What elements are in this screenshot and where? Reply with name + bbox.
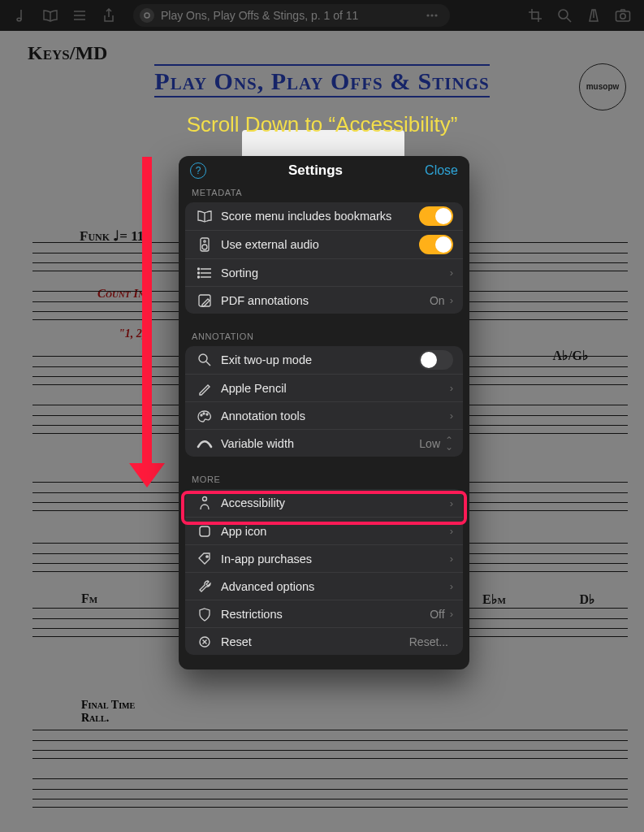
row-exit-two-up[interactable]: Exit two-up mode (185, 346, 463, 374)
svg-rect-20 (200, 526, 210, 536)
row-apple-pencil[interactable]: Apple Pencil › (185, 374, 463, 401)
chevron-right-icon: › (450, 382, 453, 394)
svg-point-11 (198, 268, 200, 270)
svg-point-13 (198, 276, 200, 278)
row-app-icon[interactable]: App icon › (185, 517, 463, 544)
row-value: On (430, 294, 445, 307)
row-reset[interactable]: Reset Reset... (185, 627, 463, 655)
shield-icon (193, 605, 216, 623)
palette-icon (193, 407, 216, 425)
row-annotation-tools[interactable]: Annotation tools › (185, 401, 463, 429)
group-more: Accessibility › App icon › In-app purcha… (185, 489, 463, 655)
wrench-icon (193, 578, 216, 596)
row-accessibility[interactable]: Accessibility › (185, 489, 463, 517)
speaker-icon (193, 236, 216, 254)
settings-panel: ? Settings Close METADATA Score menu inc… (179, 156, 469, 670)
svg-point-21 (206, 555, 208, 557)
chevron-right-icon: › (450, 608, 453, 620)
row-label: Annotation tools (221, 410, 305, 422)
row-label: Advanced options (221, 580, 314, 593)
chevron-right-icon: › (450, 266, 453, 279)
row-label: Use external audio (221, 238, 319, 251)
svg-point-12 (198, 272, 200, 274)
svg-point-15 (199, 354, 207, 362)
row-score-bookmarks[interactable]: Score menu includes bookmarks (185, 202, 463, 230)
row-label: Sorting (221, 266, 258, 280)
pencil-icon (193, 379, 216, 397)
row-label: Reset (221, 635, 252, 648)
toggle-external-audio[interactable] (419, 235, 453, 254)
row-label: In-app purchases (221, 552, 312, 566)
close-circle-icon (193, 633, 216, 651)
chevron-right-icon: › (450, 552, 453, 565)
svg-point-19 (203, 497, 207, 501)
group-annotation: Exit two-up mode Apple Pencil › Annotati… (185, 346, 463, 457)
panel-title: Settings (206, 162, 425, 179)
pdf-annotate-icon (193, 292, 216, 310)
book-icon (193, 207, 216, 225)
row-label: Apple Pencil (221, 382, 287, 395)
row-label: Accessibility (221, 496, 285, 509)
help-button[interactable]: ? (190, 162, 206, 179)
stepper-icon: ⌃⌄ (445, 437, 453, 450)
row-sorting[interactable]: Sorting › (185, 258, 463, 286)
row-value: Off (430, 608, 444, 621)
row-advanced[interactable]: Advanced options › (185, 572, 463, 600)
row-external-audio[interactable]: Use external audio (185, 230, 463, 258)
close-button[interactable]: Close (425, 163, 458, 178)
row-value: Reset... (409, 635, 448, 648)
chevron-right-icon: › (450, 580, 453, 592)
list-icon (193, 264, 216, 282)
chevron-right-icon: › (450, 525, 453, 537)
row-variable-width[interactable]: Variable width Low ⌃⌄ (185, 429, 463, 457)
instruction-arrow (142, 157, 152, 466)
svg-point-10 (204, 240, 205, 242)
svg-point-18 (206, 414, 208, 415)
panel-header: ? Settings Close (179, 156, 469, 184)
group-metadata: Score menu includes bookmarks Use extern… (185, 202, 463, 314)
svg-point-17 (203, 413, 205, 414)
row-pdf-annotations[interactable]: PDF annotations On › (185, 286, 463, 314)
row-value: Low (419, 437, 440, 450)
toggle-exit-two-up[interactable] (419, 350, 453, 370)
chevron-right-icon: › (450, 497, 453, 509)
row-label: Variable width (221, 437, 294, 450)
chevron-right-icon: › (450, 294, 453, 306)
svg-rect-14 (199, 295, 210, 306)
svg-point-16 (201, 414, 202, 416)
svg-point-9 (202, 245, 207, 249)
section-header-metadata: METADATA (179, 184, 469, 202)
person-icon (193, 494, 216, 512)
row-label: App icon (221, 525, 266, 538)
tag-icon (193, 550, 216, 568)
row-label: PDF annotations (221, 294, 309, 307)
toggle-bookmarks[interactable] (419, 206, 453, 226)
row-restrictions[interactable]: Restrictions Off › (185, 600, 463, 627)
row-iap[interactable]: In-app purchases › (185, 544, 463, 572)
stroke-icon (193, 435, 216, 453)
chevron-right-icon: › (450, 410, 453, 422)
app-icon-icon (193, 522, 216, 540)
row-label: Restrictions (221, 608, 283, 621)
section-header-annotation: ANNOTATION (179, 328, 469, 346)
instruction-arrowhead (129, 463, 165, 488)
instruction-text: Scroll Down to “Accessibility” (0, 112, 644, 137)
row-label: Score menu includes bookmarks (221, 210, 391, 223)
section-header-more: MORE (179, 471, 469, 489)
magnify-icon (193, 351, 216, 369)
row-label: Exit two-up mode (221, 353, 312, 366)
